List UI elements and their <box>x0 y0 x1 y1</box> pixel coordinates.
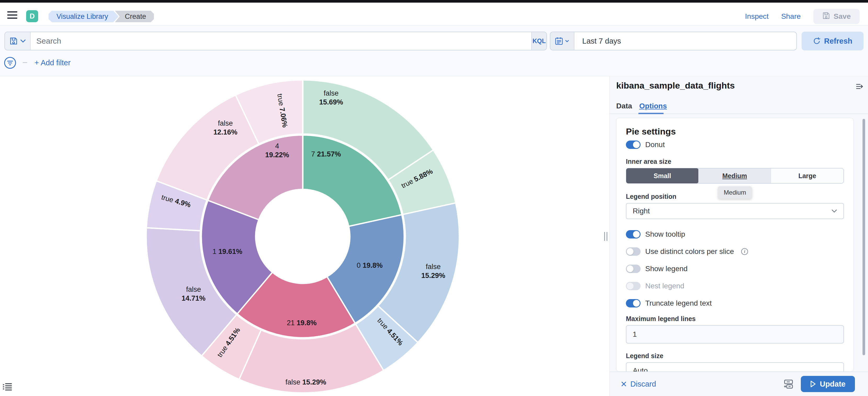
panel-resize-handle[interactable] <box>604 232 607 241</box>
date-picker: Last 7 days <box>550 32 797 51</box>
date-quick-select-button[interactable] <box>550 32 575 50</box>
legend-position-select[interactable]: Right <box>626 203 844 219</box>
refresh-icon <box>813 37 821 45</box>
breadcrumb: Visualize Library Create <box>49 11 154 22</box>
collapse-panel-icon[interactable] <box>856 82 864 90</box>
legend-size-select[interactable]: Auto <box>626 362 844 372</box>
chevron-down-icon <box>831 209 837 213</box>
save-button[interactable]: Save <box>813 9 860 24</box>
play-icon <box>810 381 816 387</box>
breadcrumb-create: Create <box>115 11 154 22</box>
donut-toggle-row: Donut <box>626 140 844 149</box>
tab-options[interactable]: Options <box>639 102 667 110</box>
max-legend-lines-label: Maximum legend lines <box>626 315 844 323</box>
share-button[interactable]: Share <box>781 12 801 21</box>
bottom-action-bar: Discard Update <box>610 372 868 396</box>
medium-tooltip: Medium <box>718 186 752 199</box>
space-avatar[interactable]: D <box>26 10 38 22</box>
pie-settings-heading: Pie settings <box>626 126 844 137</box>
truncate-legend-toggle[interactable] <box>626 299 641 307</box>
size-medium-button[interactable]: Medium <box>698 168 771 183</box>
index-pattern-title: kibana_sample_data_flights <box>616 80 735 91</box>
saved-query-menu-button[interactable] <box>5 32 31 50</box>
slice-label: 0 19.8% <box>356 262 382 269</box>
max-legend-lines-input[interactable]: 1 <box>626 325 844 343</box>
search-bar: Search KQL <box>4 32 547 51</box>
global-loading-bar <box>0 0 868 3</box>
options-panel: kibana_sample_data_flights Data Options … <box>610 76 868 372</box>
legend-size-label: Legend size <box>626 352 844 360</box>
donut-toggle[interactable] <box>626 140 641 149</box>
nest-legend-toggle <box>626 282 641 290</box>
show-tooltip-row: Show tooltip <box>626 229 844 240</box>
breadcrumb-visualize-library[interactable]: Visualize Library <box>49 11 119 22</box>
filter-divider <box>23 62 27 63</box>
calendar-icon <box>555 37 563 45</box>
filter-menu-icon[interactable] <box>4 57 17 69</box>
menu-icon[interactable] <box>7 11 17 19</box>
distinct-colors-row: Use distinct colors per slice i <box>626 246 844 257</box>
slice-label: 1 19.61% <box>213 248 242 256</box>
tabs-divider <box>610 113 868 114</box>
show-legend-row: Show legend <box>626 263 844 274</box>
pie-settings-card: Pie settings Donut Inner area size Small… <box>616 118 854 372</box>
donut-chart[interactable]: 7 21.57%false15.69%true 5.88%0 19.8%fals… <box>0 76 609 396</box>
kql-language-button[interactable]: KQL <box>531 32 547 50</box>
search-input[interactable]: Search <box>31 32 531 50</box>
app-header: D Visualize Library Create Inspect Share… <box>0 3 868 25</box>
size-large-button[interactable]: Large <box>771 168 843 183</box>
panel-scrollbar[interactable] <box>863 119 865 355</box>
add-filter-button[interactable]: + Add filter <box>34 59 70 67</box>
save-icon <box>822 12 830 22</box>
size-small-button[interactable]: Small <box>626 168 699 184</box>
inner-area-size-label: Inner area size <box>626 158 844 165</box>
distinct-colors-toggle[interactable] <box>626 248 641 256</box>
chevron-down-icon <box>20 39 26 43</box>
update-button[interactable]: Update <box>801 376 855 392</box>
inspect-button[interactable]: Inspect <box>745 12 769 21</box>
show-tooltip-toggle[interactable] <box>626 230 641 238</box>
truncate-legend-row: Truncate legend text <box>626 298 844 309</box>
auto-apply-icon[interactable] <box>782 378 794 390</box>
refresh-button[interactable]: Refresh <box>802 32 864 51</box>
query-bar: Search KQL Last 7 days Refresh + Add fil… <box>0 25 868 76</box>
slice-label: 21 19.8% <box>287 319 317 327</box>
slice-label: false 15.29% <box>285 378 326 386</box>
chart-workspace: 7 21.57%false15.69%true 5.88%0 19.8%fals… <box>0 76 609 396</box>
discard-button[interactable]: Discard <box>621 380 656 389</box>
show-legend-toggle[interactable] <box>626 265 641 273</box>
info-icon[interactable]: i <box>741 248 748 255</box>
slice-label: 7 21.57% <box>311 150 341 158</box>
chevron-down-icon <box>565 40 569 42</box>
save-query-icon <box>9 37 18 45</box>
nest-legend-row: Nest legend <box>626 280 844 292</box>
time-range-value[interactable]: Last 7 days <box>575 32 621 50</box>
inner-area-size-group: Small Medium Large Medium <box>626 168 844 184</box>
close-icon <box>621 381 627 387</box>
chart-list-icon[interactable] <box>2 382 12 392</box>
tab-data[interactable]: Data <box>616 102 632 110</box>
